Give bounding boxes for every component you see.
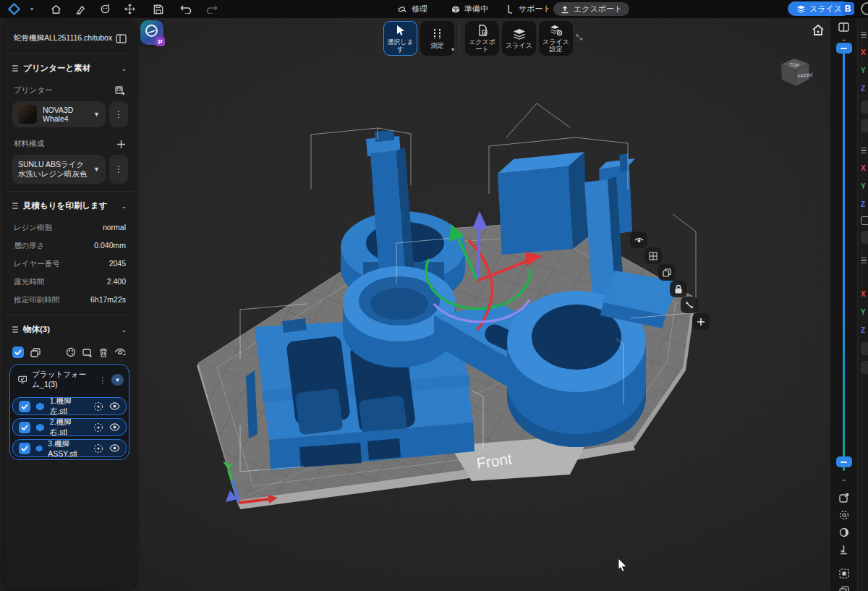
menu-preparing[interactable]: 準備中 bbox=[444, 2, 495, 16]
object-row[interactable]: 3.機脚ASSY.stl bbox=[12, 439, 127, 457]
platform-row[interactable]: プラットフォーム_1(3) ⋮ ▼ bbox=[12, 367, 127, 394]
chevron-up-slider-icon[interactable]: ⌄ bbox=[841, 35, 846, 43]
export-image-button[interactable] bbox=[839, 493, 849, 503]
support-edit-button[interactable] bbox=[681, 297, 698, 313]
move-button-1[interactable] bbox=[861, 101, 868, 114]
slice-settings-button[interactable]: スライス設定 bbox=[539, 21, 573, 56]
rotate-button[interactable] bbox=[861, 231, 868, 244]
multi-select-icon[interactable] bbox=[30, 348, 41, 357]
add-button[interactable] bbox=[692, 313, 710, 330]
slice-tool-button[interactable]: スライス bbox=[502, 21, 536, 56]
trash-icon[interactable] bbox=[99, 348, 108, 357]
chevron-up-icon[interactable]: ⌃ bbox=[841, 478, 846, 486]
redo-button[interactable] bbox=[203, 2, 221, 17]
layer-range-slider[interactable] bbox=[830, 43, 857, 477]
measure-dropdown-caret[interactable]: ▾ bbox=[451, 46, 454, 53]
section-print-estimate[interactable]: 見積もりを印刷します ⌄ bbox=[4, 192, 135, 218]
mesh-icon bbox=[35, 423, 45, 432]
lock-button[interactable] bbox=[670, 281, 687, 297]
menu-repair[interactable]: 修理 bbox=[391, 2, 435, 16]
chitubox-logo[interactable] bbox=[4, 2, 23, 17]
slider-lower-handle[interactable] bbox=[836, 456, 852, 467]
hollow-button[interactable] bbox=[839, 510, 849, 520]
viewport-toolbar: 選択します 測定 ▾ エクスポート スライス スライス設定 ⤡ bbox=[383, 21, 582, 56]
undo-button[interactable] bbox=[176, 2, 195, 17]
visibility-filter-icon[interactable] bbox=[114, 348, 126, 357]
account-avatar[interactable] bbox=[861, 2, 868, 15]
eye-icon[interactable] bbox=[109, 423, 120, 431]
per-object-settings-icon[interactable] bbox=[93, 401, 103, 412]
object-row[interactable]: 1.機脚左.stl bbox=[12, 397, 127, 415]
logo-caret[interactable]: ▾ bbox=[27, 2, 36, 17]
plate-group: プラットフォーム_1(3) ⋮ ▼ 1.機脚左.stl 2.機脚右.stl bbox=[9, 364, 129, 460]
dig-hole-button[interactable] bbox=[839, 527, 849, 537]
drag-handle-icon bbox=[861, 32, 867, 38]
chevron-down-icon[interactable]: ⌄ bbox=[121, 326, 127, 333]
paint-icon[interactable] bbox=[66, 347, 76, 357]
pro-badge: P bbox=[156, 37, 165, 46]
add-plate-icon[interactable] bbox=[82, 348, 93, 357]
chevron-down-icon[interactable]: ⌄ bbox=[121, 203, 127, 210]
add-material-icon[interactable] bbox=[116, 140, 126, 149]
slider-upper-handle[interactable] bbox=[836, 43, 852, 54]
home-button[interactable] bbox=[46, 2, 65, 17]
toolbar-collapse-icon[interactable]: ⤡ bbox=[576, 33, 582, 42]
object-row[interactable]: 2.機脚右.stl bbox=[12, 418, 127, 436]
titlebar: ▾ 修理 準備中 サポート エクスポート スライス B bbox=[0, 0, 868, 18]
stamp-tool-icon[interactable] bbox=[71, 2, 90, 17]
select-all-checkbox[interactable] bbox=[12, 346, 24, 358]
material-select[interactable]: SUNLU ABSライク水洗いレジン暗灰色 ▼ bbox=[12, 155, 106, 184]
support-tool-button[interactable] bbox=[839, 545, 848, 555]
select-tool-button[interactable]: 選択します bbox=[383, 21, 417, 56]
app-badge-b[interactable]: B bbox=[841, 2, 854, 15]
chitubox-pro-shortcut-icon[interactable]: P bbox=[140, 20, 163, 45]
move-button-2[interactable] bbox=[861, 119, 868, 132]
mouse-cursor bbox=[617, 558, 629, 572]
export-file-icon bbox=[477, 25, 488, 36]
home-view-button[interactable] bbox=[812, 24, 825, 39]
panel-toggle-icon[interactable] bbox=[838, 22, 849, 32]
frame-select-button[interactable] bbox=[839, 569, 849, 579]
right-tool-column: ⌄ ⌃ bbox=[830, 18, 857, 591]
section-printer-material[interactable]: プリンターと素材 ⌄ bbox=[4, 54, 135, 81]
platform-collapse-button[interactable]: ▼ bbox=[111, 374, 124, 386]
object-checkbox[interactable] bbox=[19, 401, 30, 412]
chitubox-app: { "titlebar": { "menu_repair": "修理", "me… bbox=[0, 0, 868, 591]
material-options-button[interactable]: ⋮ bbox=[109, 155, 128, 184]
object-checkbox[interactable] bbox=[19, 422, 30, 433]
object-checkbox[interactable] bbox=[19, 443, 30, 454]
per-object-settings-icon[interactable] bbox=[93, 443, 103, 454]
platform-options-button[interactable]: ⋮ bbox=[99, 375, 107, 384]
printer-select[interactable]: NOVA3D Whale4 ▼ bbox=[12, 101, 106, 127]
scale-button-1[interactable] bbox=[861, 342, 868, 355]
left-sidebar: 蛇骨機脚ALL251116.chitubox プリンターと素材 ⌄ プリンター … bbox=[4, 22, 135, 589]
menu-export[interactable]: エクスポート bbox=[553, 2, 629, 16]
section-objects[interactable]: 物体(3) ⌄ bbox=[4, 315, 135, 342]
duplicate-button[interactable] bbox=[658, 264, 676, 281]
menu-support[interactable]: サポート bbox=[499, 2, 558, 16]
flip-view-button[interactable] bbox=[630, 231, 647, 248]
add-printer-icon[interactable] bbox=[115, 85, 126, 95]
move-tool-icon[interactable] bbox=[120, 2, 139, 17]
export-tool-button[interactable]: エクスポート bbox=[465, 21, 499, 56]
view-cube[interactable]: TOP FRONT bbox=[775, 54, 813, 90]
chevron-down-icon[interactable]: ⌄ bbox=[121, 65, 127, 72]
flip-icon bbox=[634, 236, 644, 244]
panel-toggle-icon[interactable] bbox=[116, 34, 127, 43]
eye-icon[interactable] bbox=[109, 444, 120, 452]
home-icon bbox=[812, 24, 825, 36]
per-object-settings-icon[interactable] bbox=[93, 422, 103, 433]
scale-button-2[interactable] bbox=[861, 361, 868, 374]
assistant-icon[interactable] bbox=[95, 2, 114, 17]
save-button[interactable] bbox=[149, 2, 168, 17]
array-button[interactable] bbox=[644, 247, 662, 264]
printer-options-button[interactable]: ⋮ bbox=[109, 101, 128, 127]
material-label: 材料構成 bbox=[14, 139, 44, 149]
plus-icon bbox=[697, 318, 705, 326]
printer-label: プリンター bbox=[14, 85, 52, 95]
copy-icon bbox=[663, 268, 671, 277]
measure-tool-button[interactable]: 測定 bbox=[420, 21, 454, 56]
rotate-checkbox[interactable] bbox=[861, 216, 868, 225]
clone-button[interactable] bbox=[839, 586, 849, 591]
eye-icon[interactable] bbox=[109, 402, 120, 410]
